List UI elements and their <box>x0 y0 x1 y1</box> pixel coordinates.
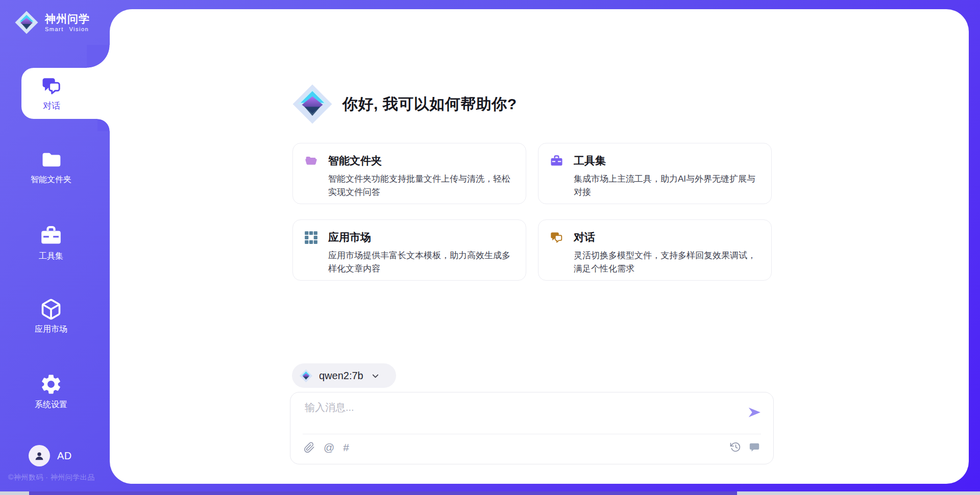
tab-curve-top <box>87 45 110 68</box>
greeting-title: 你好, 我可以如何帮助你? <box>342 94 517 115</box>
card-description: 灵活切换多模型文件，支持多样回复效果调试，满足个性化需求 <box>574 249 764 276</box>
composer-right-tools <box>730 441 760 453</box>
sidebar-item-label: 应用市场 <box>0 324 102 335</box>
send-icon <box>747 405 762 420</box>
mention-icon[interactable]: @ <box>324 441 334 454</box>
greeting-row: 你好, 我可以如何帮助你? <box>291 83 517 125</box>
user-profile[interactable]: AD <box>29 445 72 466</box>
tab-curve-bottom <box>97 119 110 131</box>
card-header: 智能文件夹 <box>304 154 513 168</box>
sidebar-item-chat-active[interactable]: 对话 <box>21 68 113 119</box>
brand-text: 神州问学 Smart Vision <box>45 13 90 32</box>
model-selector[interactable]: qwen2:7b <box>292 363 396 388</box>
composer-divider <box>303 434 761 434</box>
brand-diamond-icon <box>299 369 313 383</box>
main-panel: 你好, 我可以如何帮助你? 智能文件夹 智能文件夹功能支持批量文件上传与清洗，轻… <box>110 9 969 484</box>
card-title: 应用市场 <box>328 230 371 244</box>
briefcase-icon <box>39 224 63 247</box>
scrollbar-thumb[interactable] <box>29 491 737 495</box>
person-icon <box>33 449 46 462</box>
sidebar-item-smart-folder[interactable]: 智能文件夹 <box>0 148 102 185</box>
brand-logo: 神州问学 Smart Vision <box>14 10 90 35</box>
gear-icon <box>39 373 63 396</box>
sidebar-item-app-market[interactable]: 应用市场 <box>0 298 102 335</box>
briefcase-icon <box>550 154 564 168</box>
copyright-text: ©神州数码 · 神州问学出品 <box>8 473 95 482</box>
message-input[interactable] <box>304 400 734 431</box>
conversation-icon[interactable] <box>749 441 760 453</box>
sidebar-item-label: 工具集 <box>0 251 102 262</box>
card-header: 对话 <box>550 230 759 244</box>
user-name: AD <box>57 450 72 462</box>
brand-diamond-icon <box>14 10 39 35</box>
chat-bubbles-icon <box>550 231 564 244</box>
sidebar-item-label: 智能文件夹 <box>0 175 102 185</box>
card-title: 智能文件夹 <box>328 154 382 168</box>
cube-icon <box>40 298 62 320</box>
chevron-down-icon <box>371 371 380 381</box>
horizontal-scrollbar[interactable] <box>0 491 980 495</box>
card-header: 工具集 <box>550 154 759 168</box>
card-chat[interactable]: 对话 灵活切换多模型文件，支持多样回复效果调试，满足个性化需求 <box>538 219 772 281</box>
folder-icon <box>40 148 62 171</box>
composer-toolbar: @ # <box>304 441 349 454</box>
sidebar-item-label: 系统设置 <box>0 400 102 410</box>
model-name: qwen2:7b <box>319 370 363 382</box>
card-smart-folder[interactable]: 智能文件夹 智能文件夹功能支持批量文件上传与清洗，轻松实现文件问答 <box>292 143 526 204</box>
card-toolset[interactable]: 工具集 集成市场上主流工具，助力AI与外界无缝扩展与对接 <box>538 143 772 204</box>
brand-diamond-icon <box>291 83 333 125</box>
sidebar-item-settings[interactable]: 系统设置 <box>0 373 102 410</box>
chat-bubbles-icon <box>41 76 62 97</box>
sidebar-item-toolset[interactable]: 工具集 <box>0 224 102 262</box>
feature-cards: 智能文件夹 智能文件夹功能支持批量文件上传与清洗，轻松实现文件问答 工具集 集成… <box>292 143 772 281</box>
card-title: 对话 <box>574 230 595 244</box>
topic-hash-icon[interactable]: # <box>343 441 349 454</box>
send-button[interactable] <box>747 405 762 420</box>
card-description: 集成市场上主流工具，助力AI与外界无缝扩展与对接 <box>574 172 764 199</box>
card-header: 应用市场 <box>304 230 513 244</box>
history-icon[interactable] <box>730 441 741 453</box>
card-app-market[interactable]: 应用市场 应用市场提供丰富长文本模板，助力高效生成多样化文章内容 <box>292 219 526 281</box>
brand-name: 神州问学 <box>45 13 90 25</box>
sidebar-item-label: 对话 <box>21 100 82 112</box>
grid-icon <box>304 231 318 244</box>
card-description: 应用市场提供丰富长文本模板，助力高效生成多样化文章内容 <box>328 249 518 276</box>
message-composer: @ # <box>290 392 774 464</box>
attach-file-icon[interactable] <box>304 442 315 453</box>
card-title: 工具集 <box>574 154 606 168</box>
folder-open-icon <box>304 154 318 168</box>
card-description: 智能文件夹功能支持批量文件上传与清洗，轻松实现文件问答 <box>328 172 518 199</box>
avatar <box>29 445 50 466</box>
brand-subtitle: Smart Vision <box>45 26 90 32</box>
